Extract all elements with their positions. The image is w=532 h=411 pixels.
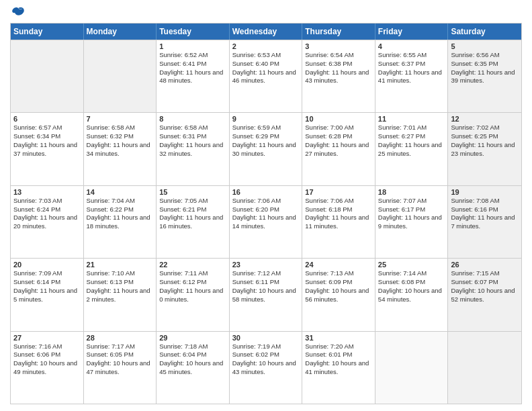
logo-bird-icon bbox=[11, 7, 25, 17]
cal-cell: 13Sunrise: 7:03 AM Sunset: 6:24 PM Dayli… bbox=[11, 186, 84, 258]
cal-week-1: 1Sunrise: 6:52 AM Sunset: 6:41 PM Daylig… bbox=[11, 40, 521, 112]
day-number: 30 bbox=[232, 334, 300, 342]
calendar: SundayMondayTuesdayWednesdayThursdayFrid… bbox=[10, 23, 522, 404]
calendar-body: 1Sunrise: 6:52 AM Sunset: 6:41 PM Daylig… bbox=[11, 40, 521, 404]
day-number: 11 bbox=[378, 115, 445, 123]
day-number: 8 bbox=[159, 115, 226, 123]
day-number: 9 bbox=[232, 115, 300, 123]
day-info: Sunrise: 7:06 AM Sunset: 6:20 PM Dayligh… bbox=[232, 197, 300, 231]
cal-cell: 16Sunrise: 7:06 AM Sunset: 6:20 PM Dayli… bbox=[230, 186, 303, 258]
day-info: Sunrise: 7:01 AM Sunset: 6:27 PM Dayligh… bbox=[378, 124, 445, 158]
cal-header-sunday: Sunday bbox=[11, 24, 84, 40]
day-number: 6 bbox=[13, 115, 81, 123]
day-info: Sunrise: 6:52 AM Sunset: 6:41 PM Dayligh… bbox=[159, 51, 226, 85]
cal-cell: 23Sunrise: 7:12 AM Sunset: 6:11 PM Dayli… bbox=[230, 259, 303, 330]
day-info: Sunrise: 6:57 AM Sunset: 6:34 PM Dayligh… bbox=[13, 124, 81, 158]
cal-cell: 15Sunrise: 7:05 AM Sunset: 6:21 PM Dayli… bbox=[157, 186, 230, 258]
cal-header-thursday: Thursday bbox=[302, 24, 375, 40]
day-number: 16 bbox=[232, 188, 300, 196]
day-info: Sunrise: 6:55 AM Sunset: 6:37 PM Dayligh… bbox=[378, 51, 445, 85]
day-number: 20 bbox=[13, 261, 81, 269]
cal-cell: 21Sunrise: 7:10 AM Sunset: 6:13 PM Dayli… bbox=[84, 259, 157, 330]
cal-cell: 26Sunrise: 7:15 AM Sunset: 6:07 PM Dayli… bbox=[448, 259, 521, 330]
day-info: Sunrise: 7:15 AM Sunset: 6:07 PM Dayligh… bbox=[451, 269, 519, 304]
cal-header-friday: Friday bbox=[375, 24, 449, 40]
day-number: 25 bbox=[378, 261, 445, 269]
cal-week-3: 13Sunrise: 7:03 AM Sunset: 6:24 PM Dayli… bbox=[11, 185, 521, 258]
cal-cell bbox=[84, 40, 157, 112]
day-info: Sunrise: 7:10 AM Sunset: 6:13 PM Dayligh… bbox=[87, 269, 154, 304]
page: SundayMondayTuesdayWednesdayThursdayFrid… bbox=[0, 0, 532, 411]
cal-cell: 12Sunrise: 7:02 AM Sunset: 6:25 PM Dayli… bbox=[448, 113, 521, 185]
cal-cell: 18Sunrise: 7:07 AM Sunset: 6:17 PM Dayli… bbox=[375, 186, 449, 258]
day-number: 2 bbox=[232, 42, 300, 50]
day-info: Sunrise: 7:17 AM Sunset: 6:05 PM Dayligh… bbox=[87, 342, 154, 377]
day-number: 14 bbox=[87, 188, 154, 196]
cal-cell bbox=[448, 332, 521, 404]
day-number: 27 bbox=[13, 334, 81, 342]
cal-cell: 22Sunrise: 7:11 AM Sunset: 6:12 PM Dayli… bbox=[157, 259, 230, 330]
day-number: 18 bbox=[378, 188, 445, 196]
cal-cell: 14Sunrise: 7:04 AM Sunset: 6:22 PM Dayli… bbox=[84, 186, 157, 258]
day-info: Sunrise: 7:19 AM Sunset: 6:02 PM Dayligh… bbox=[232, 342, 300, 377]
cal-cell: 20Sunrise: 7:09 AM Sunset: 6:14 PM Dayli… bbox=[11, 259, 84, 330]
day-number: 10 bbox=[305, 115, 372, 123]
day-info: Sunrise: 7:14 AM Sunset: 6:08 PM Dayligh… bbox=[378, 269, 445, 304]
cal-cell: 9Sunrise: 6:59 AM Sunset: 6:29 PM Daylig… bbox=[230, 113, 303, 185]
day-info: Sunrise: 7:00 AM Sunset: 6:28 PM Dayligh… bbox=[305, 124, 372, 158]
day-info: Sunrise: 7:20 AM Sunset: 6:01 PM Dayligh… bbox=[305, 342, 372, 377]
day-info: Sunrise: 6:54 AM Sunset: 6:38 PM Dayligh… bbox=[305, 51, 372, 85]
day-number: 7 bbox=[87, 115, 154, 123]
cal-cell: 4Sunrise: 6:55 AM Sunset: 6:37 PM Daylig… bbox=[375, 40, 449, 112]
day-number: 26 bbox=[451, 261, 519, 269]
day-info: Sunrise: 6:59 AM Sunset: 6:29 PM Dayligh… bbox=[232, 124, 300, 158]
day-info: Sunrise: 7:12 AM Sunset: 6:11 PM Dayligh… bbox=[232, 269, 300, 304]
day-number: 5 bbox=[451, 42, 519, 50]
cal-week-5: 27Sunrise: 7:16 AM Sunset: 6:06 PM Dayli… bbox=[11, 331, 521, 404]
day-info: Sunrise: 6:58 AM Sunset: 6:31 PM Dayligh… bbox=[159, 124, 226, 158]
cal-cell: 8Sunrise: 6:58 AM Sunset: 6:31 PM Daylig… bbox=[157, 113, 230, 185]
cal-cell: 6Sunrise: 6:57 AM Sunset: 6:34 PM Daylig… bbox=[11, 113, 84, 185]
cal-cell: 3Sunrise: 6:54 AM Sunset: 6:38 PM Daylig… bbox=[302, 40, 375, 112]
cal-week-4: 20Sunrise: 7:09 AM Sunset: 6:14 PM Dayli… bbox=[11, 258, 521, 330]
day-info: Sunrise: 7:13 AM Sunset: 6:09 PM Dayligh… bbox=[305, 269, 372, 304]
day-number: 4 bbox=[378, 42, 445, 50]
day-number: 23 bbox=[232, 261, 300, 269]
day-info: Sunrise: 7:09 AM Sunset: 6:14 PM Dayligh… bbox=[13, 269, 81, 304]
cal-cell: 10Sunrise: 7:00 AM Sunset: 6:28 PM Dayli… bbox=[302, 113, 375, 185]
cal-cell bbox=[375, 332, 449, 404]
cal-cell: 17Sunrise: 7:06 AM Sunset: 6:18 PM Dayli… bbox=[302, 186, 375, 258]
cal-cell: 28Sunrise: 7:17 AM Sunset: 6:05 PM Dayli… bbox=[84, 332, 157, 404]
day-info: Sunrise: 7:16 AM Sunset: 6:06 PM Dayligh… bbox=[13, 342, 81, 377]
day-info: Sunrise: 7:08 AM Sunset: 6:16 PM Dayligh… bbox=[451, 197, 519, 231]
cal-cell: 24Sunrise: 7:13 AM Sunset: 6:09 PM Dayli… bbox=[302, 259, 375, 330]
day-number: 12 bbox=[451, 115, 519, 123]
cal-cell: 19Sunrise: 7:08 AM Sunset: 6:16 PM Dayli… bbox=[448, 186, 521, 258]
day-number: 28 bbox=[87, 334, 154, 342]
cal-header-wednesday: Wednesday bbox=[230, 24, 303, 40]
day-number: 24 bbox=[305, 261, 372, 269]
day-number: 21 bbox=[87, 261, 154, 269]
day-info: Sunrise: 7:18 AM Sunset: 6:04 PM Dayligh… bbox=[159, 342, 226, 377]
header bbox=[10, 7, 522, 17]
day-info: Sunrise: 7:06 AM Sunset: 6:18 PM Dayligh… bbox=[305, 197, 372, 231]
day-info: Sunrise: 7:02 AM Sunset: 6:25 PM Dayligh… bbox=[451, 124, 519, 158]
cal-cell: 7Sunrise: 6:58 AM Sunset: 6:32 PM Daylig… bbox=[84, 113, 157, 185]
day-number: 13 bbox=[13, 188, 81, 196]
cal-cell: 29Sunrise: 7:18 AM Sunset: 6:04 PM Dayli… bbox=[157, 332, 230, 404]
cal-week-2: 6Sunrise: 6:57 AM Sunset: 6:34 PM Daylig… bbox=[11, 112, 521, 185]
day-info: Sunrise: 7:11 AM Sunset: 6:12 PM Dayligh… bbox=[159, 269, 226, 304]
day-info: Sunrise: 7:07 AM Sunset: 6:17 PM Dayligh… bbox=[378, 197, 445, 231]
day-number: 22 bbox=[159, 261, 226, 269]
day-info: Sunrise: 7:04 AM Sunset: 6:22 PM Dayligh… bbox=[87, 197, 154, 231]
cal-cell: 5Sunrise: 6:56 AM Sunset: 6:35 PM Daylig… bbox=[448, 40, 521, 112]
cal-header-monday: Monday bbox=[84, 24, 157, 40]
cal-cell: 25Sunrise: 7:14 AM Sunset: 6:08 PM Dayli… bbox=[375, 259, 449, 330]
day-info: Sunrise: 6:56 AM Sunset: 6:35 PM Dayligh… bbox=[451, 51, 519, 85]
day-number: 15 bbox=[159, 188, 226, 196]
cal-cell: 27Sunrise: 7:16 AM Sunset: 6:06 PM Dayli… bbox=[11, 332, 84, 404]
day-info: Sunrise: 6:53 AM Sunset: 6:40 PM Dayligh… bbox=[232, 51, 300, 85]
cal-cell: 31Sunrise: 7:20 AM Sunset: 6:01 PM Dayli… bbox=[302, 332, 375, 404]
calendar-header-row: SundayMondayTuesdayWednesdayThursdayFrid… bbox=[11, 24, 521, 40]
cal-cell bbox=[11, 40, 84, 112]
